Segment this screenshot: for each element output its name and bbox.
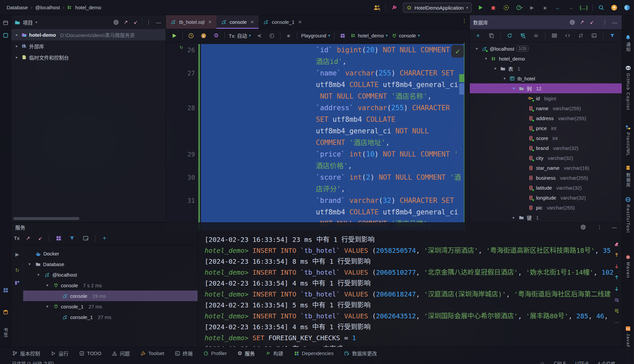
chevron-down-icon[interactable]: ▾ xyxy=(474,46,479,51)
db-tree-row-@localhost[interactable]: ▾@localhost1/15 xyxy=(470,44,622,54)
view-grid-icon[interactable] xyxy=(338,31,347,40)
tool-window-tab-终端[interactable]: 终端 xyxy=(175,350,193,357)
skull-icon[interactable]: ☠ xyxy=(532,31,540,40)
locate-target-icon[interactable] xyxy=(568,19,576,26)
build-hammer-pink-icon[interactable] xyxy=(390,3,399,12)
db-tree-row-表[interactable]: ▾表1 xyxy=(470,64,622,73)
expand-icon[interactable]: ↗ xyxy=(24,235,32,242)
chevron-down-icon[interactable]: ▾ xyxy=(512,86,516,91)
parameters-icon[interactable]: p xyxy=(199,31,208,40)
stripe-item-数据库[interactable]: 数据库 xyxy=(622,165,634,188)
soft-wrap-icon[interactable] xyxy=(614,297,619,303)
chevron-right-icon[interactable]: ▸ xyxy=(15,44,19,48)
tool-window-tab-运行[interactable]: 运行 xyxy=(51,350,69,357)
more-options-icon[interactable]: ⋮ xyxy=(145,19,152,26)
tab-overflow-icon[interactable]: ⋮ xyxy=(462,18,467,24)
add-datasource-icon[interactable]: + xyxy=(474,31,482,40)
prev-statement-icon[interactable] xyxy=(614,252,619,258)
more-options-icon[interactable]: ⋮ xyxy=(601,19,609,26)
chevron-down-icon[interactable]: ▾ xyxy=(46,304,51,309)
locate-target-icon[interactable] xyxy=(112,19,120,26)
chevron-right-icon[interactable]: ▸ xyxy=(512,215,516,220)
db-tree-row-business[interactable]: businessvarchar(255) xyxy=(470,173,622,183)
db-tree-row-tb_hotel[interactable]: ▾tb_hotel xyxy=(470,73,622,83)
tool-window-tab-问题[interactable]: 问题 xyxy=(112,350,130,357)
breadcrumb-item[interactable]: @localhost xyxy=(35,5,60,10)
locate-target-icon[interactable] xyxy=(579,224,587,231)
chevron-down-icon[interactable]: ▾ xyxy=(502,76,507,81)
execute-button[interactable] xyxy=(170,31,178,40)
playground-select[interactable]: Playground▾ xyxy=(301,33,330,38)
chevron-down-icon[interactable]: ▾ xyxy=(28,262,33,266)
breadcrumb[interactable]: Database›@localhost›hotel_demo xyxy=(0,5,101,10)
run-button[interactable] xyxy=(476,3,485,12)
tx-mode-select[interactable]: Tx: 自动▾ xyxy=(229,32,251,39)
session-select[interactable]: console▾ xyxy=(392,33,420,38)
clear-console-icon[interactable] xyxy=(614,241,619,247)
chevron-right-icon[interactable]: ▸ xyxy=(15,32,19,37)
more-options-icon[interactable]: ⋮ xyxy=(596,224,603,231)
db-tree-row-键[interactable]: ▸键1 xyxy=(470,212,622,222)
stripe-item-PlantUML[interactable]: PlantUML xyxy=(622,124,634,157)
line-ending-widget[interactable]: CRLF xyxy=(554,361,566,364)
collapse-icon[interactable]: ↙ xyxy=(37,235,44,242)
filter-funnel-icon[interactable] xyxy=(608,31,616,40)
tool-window-tab-Dependencies[interactable]: Dependencies xyxy=(294,350,334,356)
tool-window-tab-服务[interactable]: ⚙服务 xyxy=(237,350,255,357)
services-tree-row-Database[interactable]: ▾Database xyxy=(23,259,198,269)
code-editor[interactable]: ↻ 26`id` bigint(20) NOT NULL COMMENT '酒店… xyxy=(166,42,469,232)
ddl-source-icon[interactable] xyxy=(563,31,572,40)
indent-widget[interactable]: 4 个空格 xyxy=(598,360,615,364)
services-tree-row-Docker[interactable]: Docker xyxy=(23,248,198,259)
services-tree-row-@localhost[interactable]: ▾@localhost xyxy=(23,269,198,280)
more-icon[interactable]: ⋯ xyxy=(614,320,619,326)
chevron-down-icon[interactable]: ▾ xyxy=(37,272,42,277)
db-tree-row-score[interactable]: scoreint xyxy=(470,133,622,143)
open-console-icon[interactable] xyxy=(590,31,598,40)
editor-tab-console_1[interactable]: console_1✕ xyxy=(259,15,306,29)
connection-status[interactable]: 已连接 (1 分钟 之前) xyxy=(12,360,54,364)
db-tree-row-address[interactable]: addressvarchar(255) xyxy=(470,113,622,123)
stripe-item-GitHub Copilot[interactable]: GitHub Copilot xyxy=(622,65,634,111)
collapse-icon[interactable]: ↙ xyxy=(132,19,139,26)
db-tree-row-name[interactable]: namevarchar(255) xyxy=(470,103,622,113)
sort-icon[interactable] xyxy=(576,31,585,40)
layout-icon[interactable] xyxy=(14,279,21,287)
tool-window-tab-Toolset[interactable]: Toolset xyxy=(140,350,164,356)
services-tree-row-console[interactable]: ▾console7 s 2 ms xyxy=(23,280,198,291)
add-service-icon[interactable]: + xyxy=(100,234,109,243)
rerun-coverage-icon[interactable] xyxy=(502,3,511,12)
ide-settings-icon[interactable] xyxy=(623,3,631,12)
db-tree-row-latitude[interactable]: latitudevarchar(32) xyxy=(470,183,622,193)
expand-icon[interactable]: ↗ xyxy=(122,19,129,26)
close-icon[interactable]: ✕ xyxy=(208,20,212,24)
close-icon[interactable]: ✕ xyxy=(298,20,302,24)
db-tree-row-hotel_demo[interactable]: ▾hotel_demo xyxy=(470,54,622,64)
run-configuration-select[interactable]: HotelDemoApplication ▾ xyxy=(403,3,472,13)
window-stripe-icon[interactable] xyxy=(0,20,11,26)
tool-window-tab-Profiler[interactable]: Profiler xyxy=(203,350,227,356)
tool-window-tab-版本控制[interactable]: 版本控制 xyxy=(12,350,40,357)
tool-window-tab-数据库更改[interactable]: 数据库更改 xyxy=(344,350,377,357)
chevron-down-icon[interactable]: ▾ xyxy=(484,56,488,61)
profiler-menu-icon[interactable] xyxy=(515,3,523,12)
bookmarks-stripe-item[interactable]: 书签 xyxy=(0,328,11,338)
project-tree-row[interactable]: ▸外部库 xyxy=(11,40,166,52)
users-icon[interactable] xyxy=(372,3,381,12)
settings-gear-icon[interactable]: ⚙ xyxy=(212,31,220,40)
scroll-down-icon[interactable] xyxy=(614,286,619,292)
tool-window-tab-构建[interactable]: 构建 xyxy=(266,350,283,357)
restart-icon[interactable]: ↻ xyxy=(14,267,21,274)
chevron-down-icon[interactable]: ▾ xyxy=(493,66,498,71)
chevron-down-icon[interactable]: ▾ xyxy=(35,20,37,24)
chevron-right-icon[interactable]: ▸ xyxy=(15,55,19,60)
db-tree-row-pic[interactable]: picvarchar(255) xyxy=(470,203,622,212)
editor-tab-console[interactable]: console✕ xyxy=(217,15,259,29)
breadcrumb-item[interactable]: Database xyxy=(7,5,28,10)
stripe-item-RestfulTool[interactable]: RestfulTool xyxy=(622,197,634,233)
filter-funnel-icon[interactable] xyxy=(68,234,76,243)
stripe-item-Maven[interactable]: mMaven xyxy=(622,254,634,278)
services-tree-row-console_1[interactable]: console_127 ms xyxy=(23,312,198,322)
debug-button[interactable] xyxy=(489,3,498,12)
inspections-ok-icon[interactable]: ✓ xyxy=(451,45,464,58)
